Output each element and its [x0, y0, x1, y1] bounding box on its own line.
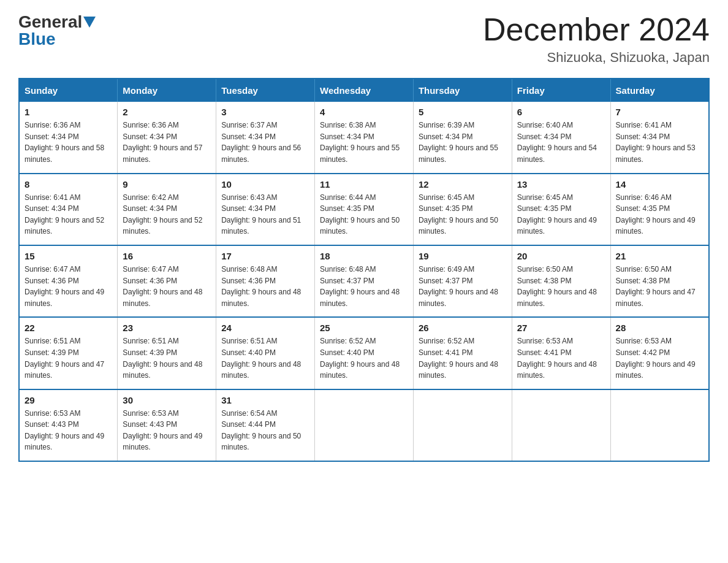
day-info: Sunrise: 6:36 AMSunset: 4:34 PMDaylight:… — [123, 120, 211, 165]
day-info: Sunrise: 6:47 AMSunset: 4:36 PMDaylight:… — [123, 264, 211, 309]
day-info: Sunrise: 6:44 AMSunset: 4:35 PMDaylight:… — [320, 192, 408, 237]
calendar-cell: 1Sunrise: 6:36 AMSunset: 4:34 PMDaylight… — [19, 102, 118, 173]
calendar-cell: 24Sunrise: 6:51 AMSunset: 4:40 PMDayligh… — [216, 317, 315, 389]
calendar-cell: 21Sunrise: 6:50 AMSunset: 4:38 PMDayligh… — [610, 245, 709, 317]
calendar-week-row: 8Sunrise: 6:41 AMSunset: 4:34 PMDaylight… — [19, 174, 709, 245]
calendar-week-row: 1Sunrise: 6:36 AMSunset: 4:34 PMDaylight… — [19, 102, 709, 173]
day-number: 27 — [517, 323, 605, 333]
day-number: 6 — [517, 107, 605, 117]
day-number: 4 — [320, 107, 408, 117]
calendar-cell: 18Sunrise: 6:48 AMSunset: 4:37 PMDayligh… — [315, 245, 414, 317]
logo: General Blue — [18, 12, 97, 49]
day-number: 23 — [123, 323, 211, 333]
calendar-week-row: 15Sunrise: 6:47 AMSunset: 4:36 PMDayligh… — [19, 245, 709, 317]
calendar-cell: 6Sunrise: 6:40 AMSunset: 4:34 PMDaylight… — [512, 102, 610, 173]
day-info: Sunrise: 6:52 AMSunset: 4:40 PMDaylight:… — [320, 335, 408, 381]
day-info: Sunrise: 6:42 AMSunset: 4:34 PMDaylight:… — [123, 192, 211, 237]
calendar-header-row: SundayMondayTuesdayWednesdayThursdayFrid… — [19, 79, 709, 102]
day-number: 10 — [221, 179, 309, 190]
calendar-cell: 10Sunrise: 6:43 AMSunset: 4:34 PMDayligh… — [216, 174, 315, 245]
day-info: Sunrise: 6:50 AMSunset: 4:38 PMDaylight:… — [616, 264, 703, 309]
calendar-header-tuesday: Tuesday — [216, 79, 315, 102]
day-info: Sunrise: 6:52 AMSunset: 4:41 PMDaylight:… — [419, 335, 507, 381]
calendar-cell: 13Sunrise: 6:45 AMSunset: 4:35 PMDayligh… — [512, 174, 610, 245]
day-number: 13 — [517, 179, 605, 190]
day-number: 8 — [25, 179, 112, 190]
day-info: Sunrise: 6:40 AMSunset: 4:34 PMDaylight:… — [517, 120, 605, 165]
calendar-cell: 12Sunrise: 6:45 AMSunset: 4:35 PMDayligh… — [413, 174, 512, 245]
calendar-cell: 23Sunrise: 6:51 AMSunset: 4:39 PMDayligh… — [118, 317, 216, 389]
calendar-cell: 19Sunrise: 6:49 AMSunset: 4:37 PMDayligh… — [413, 245, 512, 317]
day-info: Sunrise: 6:51 AMSunset: 4:40 PMDaylight:… — [221, 335, 309, 381]
day-info: Sunrise: 6:45 AMSunset: 4:35 PMDaylight:… — [419, 192, 507, 237]
day-info: Sunrise: 6:53 AMSunset: 4:43 PMDaylight:… — [123, 408, 211, 453]
day-info: Sunrise: 6:46 AMSunset: 4:35 PMDaylight:… — [616, 192, 703, 237]
day-info: Sunrise: 6:51 AMSunset: 4:39 PMDaylight:… — [123, 335, 211, 381]
day-info: Sunrise: 6:43 AMSunset: 4:34 PMDaylight:… — [221, 192, 309, 237]
day-number: 24 — [221, 323, 309, 333]
calendar-header-thursday: Thursday — [413, 79, 512, 102]
calendar-cell — [610, 389, 709, 461]
calendar-cell — [413, 389, 512, 461]
calendar-cell: 15Sunrise: 6:47 AMSunset: 4:36 PMDayligh… — [19, 245, 118, 317]
calendar-cell: 14Sunrise: 6:46 AMSunset: 4:35 PMDayligh… — [610, 174, 709, 245]
calendar-cell: 31Sunrise: 6:54 AMSunset: 4:44 PMDayligh… — [216, 389, 315, 461]
day-number: 25 — [320, 323, 408, 333]
calendar-week-row: 29Sunrise: 6:53 AMSunset: 4:43 PMDayligh… — [19, 389, 709, 461]
day-info: Sunrise: 6:50 AMSunset: 4:38 PMDaylight:… — [517, 264, 605, 309]
calendar-header-wednesday: Wednesday — [315, 79, 414, 102]
day-number: 28 — [616, 323, 703, 333]
day-number: 31 — [221, 395, 309, 405]
calendar-table: SundayMondayTuesdayWednesdayThursdayFrid… — [18, 78, 710, 462]
calendar-cell: 7Sunrise: 6:41 AMSunset: 4:34 PMDaylight… — [610, 102, 709, 173]
day-number: 1 — [25, 107, 112, 117]
calendar-cell: 8Sunrise: 6:41 AMSunset: 4:34 PMDaylight… — [19, 174, 118, 245]
day-info: Sunrise: 6:38 AMSunset: 4:34 PMDaylight:… — [320, 120, 408, 165]
calendar-header-saturday: Saturday — [610, 79, 709, 102]
day-info: Sunrise: 6:49 AMSunset: 4:37 PMDaylight:… — [419, 264, 507, 309]
calendar-cell: 27Sunrise: 6:53 AMSunset: 4:41 PMDayligh… — [512, 317, 610, 389]
calendar-week-row: 22Sunrise: 6:51 AMSunset: 4:39 PMDayligh… — [19, 317, 709, 389]
calendar-cell: 30Sunrise: 6:53 AMSunset: 4:43 PMDayligh… — [118, 389, 216, 461]
day-number: 20 — [517, 251, 605, 261]
calendar-cell: 28Sunrise: 6:53 AMSunset: 4:42 PMDayligh… — [610, 317, 709, 389]
day-number: 30 — [123, 395, 211, 405]
day-info: Sunrise: 6:41 AMSunset: 4:34 PMDaylight:… — [616, 120, 703, 165]
day-number: 22 — [25, 323, 112, 333]
day-info: Sunrise: 6:37 AMSunset: 4:34 PMDaylight:… — [221, 120, 309, 165]
calendar-header-friday: Friday — [512, 79, 610, 102]
day-number: 5 — [419, 107, 507, 117]
calendar-cell: 3Sunrise: 6:37 AMSunset: 4:34 PMDaylight… — [216, 102, 315, 173]
calendar-cell: 29Sunrise: 6:53 AMSunset: 4:43 PMDayligh… — [19, 389, 118, 461]
day-number: 11 — [320, 179, 408, 190]
day-number: 12 — [419, 179, 507, 190]
calendar-cell: 5Sunrise: 6:39 AMSunset: 4:34 PMDaylight… — [413, 102, 512, 173]
page-header: General Blue December 2024 Shizuoka, Shi… — [18, 12, 710, 66]
day-info: Sunrise: 6:53 AMSunset: 4:43 PMDaylight:… — [25, 408, 112, 453]
day-info: Sunrise: 6:36 AMSunset: 4:34 PMDaylight:… — [25, 120, 112, 165]
day-number: 14 — [616, 179, 703, 190]
logo-triangle-icon — [83, 17, 96, 28]
day-info: Sunrise: 6:45 AMSunset: 4:35 PMDaylight:… — [517, 192, 605, 237]
day-number: 26 — [419, 323, 507, 333]
day-info: Sunrise: 6:53 AMSunset: 4:41 PMDaylight:… — [517, 335, 605, 381]
day-number: 19 — [419, 251, 507, 261]
day-info: Sunrise: 6:39 AMSunset: 4:34 PMDaylight:… — [419, 120, 507, 165]
calendar-cell: 20Sunrise: 6:50 AMSunset: 4:38 PMDayligh… — [512, 245, 610, 317]
calendar-cell: 9Sunrise: 6:42 AMSunset: 4:34 PMDaylight… — [118, 174, 216, 245]
calendar-cell: 26Sunrise: 6:52 AMSunset: 4:41 PMDayligh… — [413, 317, 512, 389]
calendar-header-sunday: Sunday — [19, 79, 118, 102]
day-number: 21 — [616, 251, 703, 261]
day-number: 15 — [25, 251, 112, 261]
location-text: Shizuoka, Shizuoka, Japan — [483, 50, 710, 66]
day-info: Sunrise: 6:48 AMSunset: 4:36 PMDaylight:… — [221, 264, 309, 309]
calendar-cell: 25Sunrise: 6:52 AMSunset: 4:40 PMDayligh… — [315, 317, 414, 389]
calendar-cell: 2Sunrise: 6:36 AMSunset: 4:34 PMDaylight… — [118, 102, 216, 173]
calendar-cell: 17Sunrise: 6:48 AMSunset: 4:36 PMDayligh… — [216, 245, 315, 317]
calendar-header-monday: Monday — [118, 79, 216, 102]
calendar-cell — [512, 389, 610, 461]
day-info: Sunrise: 6:53 AMSunset: 4:42 PMDaylight:… — [616, 335, 703, 381]
day-info: Sunrise: 6:47 AMSunset: 4:36 PMDaylight:… — [25, 264, 112, 309]
day-number: 2 — [123, 107, 211, 117]
month-title: December 2024 — [483, 12, 710, 47]
